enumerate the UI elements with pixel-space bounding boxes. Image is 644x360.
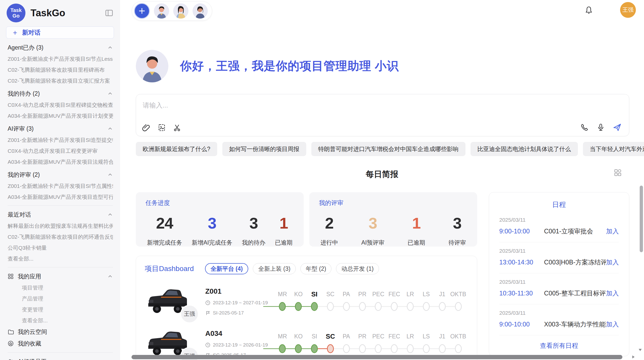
sidebar-item[interactable]: Z001-全新燃油轻卡产品开发项目SI造型提交物评审 — [8, 134, 113, 145]
sidebar-item[interactable]: C0X4-动力总成开发项目工程变更评审 — [8, 145, 113, 156]
filter-chip[interactable]: 年型 (2) — [300, 263, 332, 274]
app-sub-item[interactable]: 变更管理 — [8, 304, 113, 315]
sidebar-item[interactable]: Z001-全新燃油轻卡产品开发项目SI节点属性5D文件评审 — [8, 181, 113, 191]
scroll-right-arrow[interactable] — [631, 355, 635, 359]
sidebar-item-ai-super-staff[interactable]: AI超级员工 — [8, 356, 113, 360]
filter-chip[interactable]: 动总开发 (1) — [336, 263, 379, 274]
milestone-dot-LR[interactable] — [407, 344, 414, 353]
new-chat-button[interactable]: ＋ 新对话 — [6, 26, 114, 39]
add-agent-button[interactable] — [134, 3, 150, 19]
sidebar-item[interactable]: A034-全新新能源MUV产品开发项目计划变更表编写 — [8, 110, 113, 121]
milestone-dot-KO[interactable] — [295, 302, 302, 311]
stat-label: 我的待办 — [242, 239, 265, 247]
section-header-ai-review[interactable]: AI评审 (3) — [8, 123, 113, 134]
stat: 24 新增完成任务 — [147, 214, 182, 247]
layout-grid-icon[interactable] — [614, 169, 622, 176]
sidebar-item-my-apps[interactable]: 我的应用 — [8, 271, 113, 282]
attachment-icon[interactable] — [142, 123, 151, 132]
recent-chat-item[interactable]: C02-飞腾新能源轻客改款项目的闭环通告反馈情况 — [8, 231, 113, 242]
milestone-dot-PEC[interactable] — [375, 302, 382, 311]
app-sub-item[interactable]: 产品管理 — [8, 293, 113, 304]
milestone-dot-OKTB[interactable] — [455, 344, 462, 353]
milestone-dot-LS[interactable] — [423, 302, 430, 311]
microphone-icon[interactable] — [596, 123, 605, 132]
scissors-icon[interactable] — [173, 123, 181, 132]
section-header-my-review[interactable]: 我的评审 (2) — [8, 169, 113, 181]
filter-chip[interactable]: 全新上装 (3) — [253, 263, 296, 274]
project-owner-avatar: 王强 — [180, 305, 199, 323]
stat: 3 新增AI完成任务 — [192, 214, 232, 247]
app-sub-item[interactable]: 查看全部... — [8, 315, 113, 326]
stat-label: 新增完成任务 — [147, 239, 182, 247]
milestone-dot-J1[interactable] — [439, 302, 446, 311]
scroll-down-arrow[interactable] — [638, 348, 642, 352]
filter-chip[interactable]: 全新平台 (4) — [205, 263, 248, 274]
milestone-stepper: MRKOSISCPAPRPECFECLRLSJ1OKTB — [268, 332, 468, 355]
composer-input[interactable] — [136, 94, 629, 117]
milestone-dot-PR[interactable] — [359, 344, 366, 353]
view-all-schedule-link[interactable]: 查看所有日程 — [499, 335, 619, 350]
section-header-agent-done[interactable]: Agent已办 (3) — [8, 42, 113, 53]
app-sub-item[interactable]: 项目管理 — [8, 282, 113, 293]
sidebar-item-cloud-space[interactable]: 我的云空间 — [8, 326, 113, 338]
sidebar-item[interactable]: C0X4-动力总成开发项目SI里程碑提交物检查 — [8, 99, 113, 110]
section-header-recent-chats[interactable]: 最近对话 — [8, 209, 113, 220]
suggestion-chip[interactable]: 欧洲新规最近颁布了什么? — [136, 142, 217, 156]
milestone-dot-MR[interactable] — [279, 344, 286, 353]
milestone-dot-KO[interactable] — [295, 344, 302, 353]
milestone-dot-PA[interactable] — [343, 302, 350, 311]
milestone-dot-PR[interactable] — [359, 302, 366, 311]
milestone-dot-OKTB[interactable] — [455, 302, 462, 311]
milestone-dot-LR[interactable] — [407, 302, 414, 311]
stat-label: 新增AI完成任务 — [192, 239, 232, 247]
milestone-dot-LS[interactable] — [423, 344, 430, 353]
section-header-my-todo[interactable]: 我的待办 (2) — [8, 88, 113, 99]
milestone-dot-PEC[interactable] — [375, 344, 382, 353]
send-icon[interactable] — [613, 123, 622, 132]
milestone-dot-J1[interactable] — [439, 344, 446, 353]
join-link[interactable]: 加入 — [606, 320, 619, 328]
suggestion-chip[interactable]: 当下年轻人对汽车外观有怎样的喜好趋势 — [583, 142, 644, 156]
project-row[interactable]: 王强 Z001 2023-12-19 ~ 2027-01-19 — [145, 287, 468, 317]
project-row[interactable]: 王强 A034 2023-12-19 ~ 2026-01-19 — [145, 329, 468, 359]
milestone-dot-FEC[interactable] — [391, 344, 398, 353]
sidebar-item[interactable]: C02-飞腾新能源轻客改款项目里程碑画布 — [8, 64, 113, 75]
join-link[interactable]: 加入 — [606, 227, 619, 235]
recent-chat-item[interactable]: 解释最新出台的欧盟报废车法规再生塑料比例被调至15%... — [8, 220, 113, 231]
milestone-dot-FEC[interactable] — [391, 302, 398, 311]
milestone-dot-SI[interactable] — [311, 302, 318, 311]
sidebar-item-favorites[interactable]: 我的收藏 — [8, 338, 113, 349]
content-columns: 任务进度 24 新增完成任务 3 新增AI完成任务 3 我的待办 — [136, 192, 629, 360]
suggestion-chip[interactable]: 如何写一份清晰的项目周报 — [222, 142, 306, 156]
join-link[interactable]: 加入 — [606, 258, 619, 266]
users-icon — [8, 358, 14, 360]
phone-call-icon[interactable] — [580, 123, 589, 132]
agent-avatar-2[interactable] — [173, 3, 188, 19]
main-area: 王强 你好，王强，我是你的项目管理助理 小识 — [120, 0, 644, 360]
milestone-PEC: PEC — [370, 290, 386, 312]
vertical-scrollbar[interactable] — [640, 186, 643, 252]
sidebar-item[interactable]: Z001-全新燃油皮卡产品开发项目SI节点Lesson Learn报告 — [8, 53, 113, 64]
apps-grid-icon — [8, 273, 14, 279]
milestone-dot-SC[interactable] — [327, 344, 334, 353]
user-avatar[interactable]: 王强 — [620, 2, 636, 18]
sidebar-item[interactable]: A034-全新新能源MUV产品开发项目法规符合性评审 — [8, 156, 113, 167]
agent-avatar-3[interactable] — [193, 3, 208, 19]
recent-chat-item[interactable]: 查看全部... — [8, 253, 113, 264]
agent-avatar-1[interactable] — [154, 3, 169, 19]
milestone-dot-SC[interactable] — [327, 302, 334, 311]
screenshot-icon[interactable] — [157, 123, 166, 132]
milestone-PR: PR — [354, 290, 370, 312]
milestone-dot-MR[interactable] — [279, 302, 286, 311]
notifications-bell-icon[interactable] — [584, 6, 593, 14]
recent-chat-item[interactable]: 公司Q3轻卡销量 — [8, 242, 113, 253]
milestone-dot-SI[interactable] — [311, 344, 318, 353]
join-link[interactable]: 加入 — [606, 289, 619, 297]
sidebar-item[interactable]: A034-全新新能源MUV产品开发项目造型可行性评审 — [8, 191, 113, 202]
milestone-dot-PA[interactable] — [343, 344, 350, 353]
collapse-sidebar-icon[interactable] — [105, 9, 113, 17]
sidebar-item[interactable]: C02-飞腾新能源轻客改款项目立项汇报方案 — [8, 75, 113, 86]
suggestion-chip[interactable]: 特朗普可能对进口汽车增税会对中国车企造成哪些影响 — [311, 142, 465, 156]
suggestion-chip[interactable]: 比亚迪全固态电池计划具体说了什么 — [471, 142, 578, 156]
horizontal-scrollbar[interactable] — [131, 355, 622, 359]
